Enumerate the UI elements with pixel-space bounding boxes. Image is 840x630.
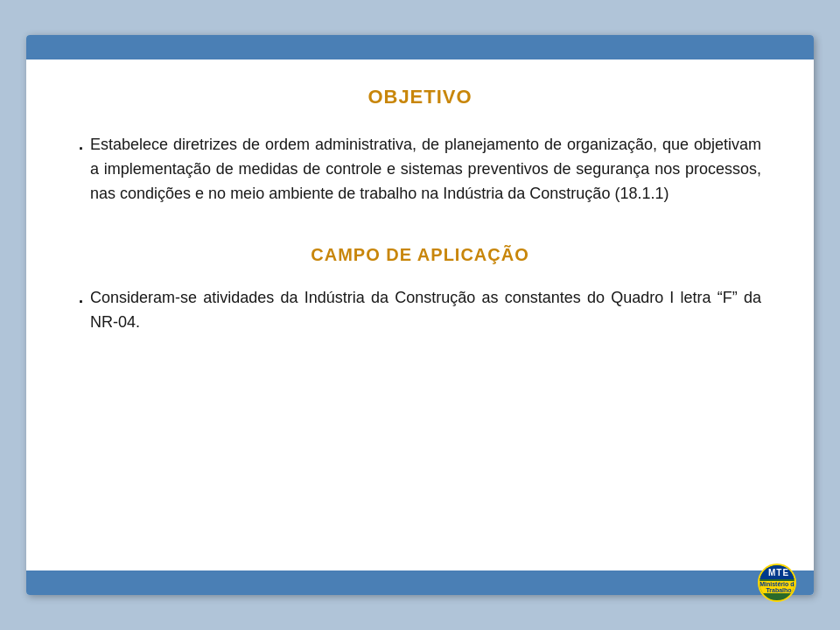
slide: OBJETIVO . Estabelece diretrizes de orde…	[26, 35, 814, 595]
section2-paragraph-block: . Consideram-se atividades da Indústria …	[79, 286, 761, 335]
section1-title: OBJETIVO	[79, 86, 761, 108]
section1-body-text: Estabelece diretrizes de ordem administr…	[90, 133, 761, 206]
bullet-marker-1: .	[79, 133, 83, 158]
mte-yellow-section: Ministério doTrabalho	[760, 581, 796, 593]
slide-content: OBJETIVO . Estabelece diretrizes de orde…	[26, 60, 814, 570]
bullet-marker-2: .	[79, 286, 83, 311]
bottom-decorative-bar: MTE Ministério doTrabalho	[26, 570, 814, 595]
mte-full-name: Ministério doTrabalho	[760, 581, 796, 593]
mte-blue-section: MTE	[760, 565, 796, 579]
section1-paragraph-block: . Estabelece diretrizes de ordem adminis…	[79, 133, 761, 206]
mte-logo: MTE Ministério doTrabalho	[751, 563, 803, 603]
mte-logo-circle: MTE Ministério doTrabalho	[758, 564, 796, 602]
top-decorative-bar	[26, 35, 814, 60]
mte-acronym: MTE	[768, 568, 789, 578]
section2-title: CAMPO DE APLICAÇÃO	[79, 245, 761, 265]
section2-body-text: Consideram-se atividades da Indústria da…	[90, 286, 761, 335]
